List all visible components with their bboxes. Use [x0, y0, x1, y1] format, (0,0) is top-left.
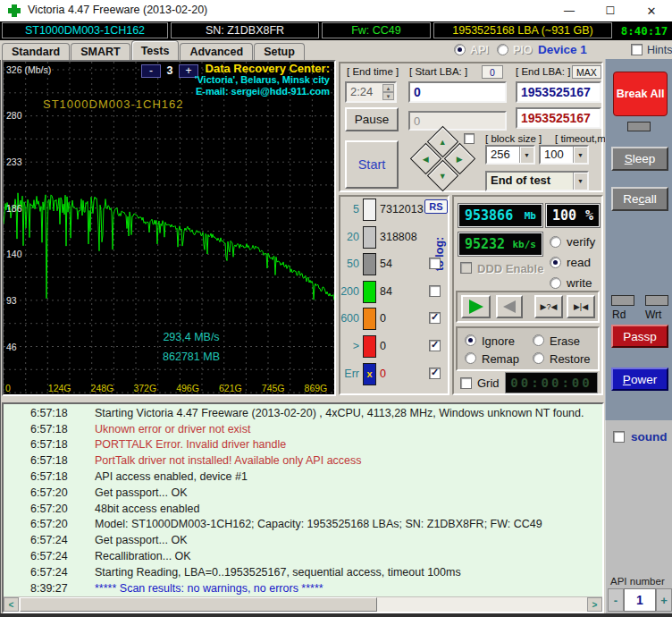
dropdown-arrow-icon[interactable]: ▼ — [573, 173, 587, 190]
x-tick-label: 745G — [262, 383, 285, 393]
x-tick-label: 372G — [133, 383, 156, 393]
dropdown-arrow-icon[interactable]: ▼ — [573, 147, 587, 163]
pio-radio[interactable] — [497, 44, 508, 55]
remap-radio[interactable] — [465, 352, 476, 364]
histogram-count: 318808 — [380, 231, 417, 243]
end-lba-readout[interactable]: 1953525167 — [516, 107, 601, 129]
to-log-checkbox[interactable] — [429, 258, 441, 269]
victoria-window: Victoria 4.47 Freeware (2013-02-20) — ☐ … — [0, 0, 672, 617]
passport-button[interactable]: Passp — [611, 325, 668, 348]
grid-checkbox-label: Grid — [477, 376, 500, 390]
ignore-radio[interactable] — [465, 334, 476, 346]
end-lba-max-button[interactable]: MAX — [572, 65, 601, 79]
restore-radio[interactable] — [533, 352, 544, 364]
close-button[interactable]: ✕ — [631, 0, 672, 21]
api-number-increment-button[interactable]: + — [656, 588, 672, 612]
sound-checkbox[interactable] — [613, 431, 625, 443]
log-row: 6:57:20Model: ST1000DM003-1CH162; Capaci… — [4, 517, 602, 533]
tab-advanced[interactable]: Advanced — [180, 43, 253, 60]
side-panel: Break All Sleep Recall Rd Wrt Passp Powe… — [605, 59, 672, 420]
start-lba-input[interactable]: 0 — [408, 81, 507, 103]
recall-button[interactable]: Recall — [611, 187, 668, 211]
nav-option-checkbox[interactable] — [464, 133, 475, 144]
log-message: Get passport... OK — [95, 486, 188, 499]
grid-checkbox[interactable] — [460, 377, 472, 389]
verify-radio[interactable] — [550, 236, 561, 248]
dropdown-arrow-icon[interactable]: ▼ — [519, 147, 533, 163]
write-radio[interactable] — [550, 277, 561, 289]
drive-info-bar: ST1000DM003-1CH162 SN: Z1DBX8FR Fw: CC49… — [0, 21, 672, 40]
end-time-spinbox[interactable]: 2:24 ▲ ▼ — [345, 81, 397, 103]
maximize-button[interactable]: ☐ — [590, 0, 631, 21]
histogram-bin-label: 50 — [340, 258, 359, 270]
api-number-label: API number — [610, 576, 665, 587]
api-number-decrement-button[interactable]: - — [608, 588, 624, 612]
tab-setup[interactable]: Setup — [254, 43, 305, 60]
read-activity-led — [611, 295, 634, 306]
app-icon — [8, 4, 21, 17]
log-horizontal-scrollbar[interactable]: < > — [4, 596, 602, 612]
histogram-row: >0 — [340, 334, 448, 360]
seek-end-button[interactable]: ▶|◀ — [567, 295, 595, 318]
scroll-left-arrow-icon[interactable]: < — [4, 597, 19, 612]
log-message: Model: ST1000DM003-1CH162; Capacity: 195… — [95, 518, 542, 530]
ddd-enable-checkbox[interactable] — [460, 262, 472, 274]
hints-checkbox[interactable] — [631, 44, 643, 55]
drive-model-indicator: ST1000DM003-1CH162 — [2, 22, 168, 38]
log-message: Get passport... OK — [95, 534, 188, 546]
log-row: 6:57:18PortTalk driver not installed! Av… — [4, 452, 602, 469]
block-size-select[interactable]: 256 ▼ — [485, 145, 535, 165]
log-row: 6:57:2048bit access enabled — [4, 501, 602, 517]
to-log-checkbox[interactable] — [429, 340, 441, 351]
start-button[interactable]: Start — [345, 140, 399, 189]
play-button[interactable] — [461, 295, 491, 318]
log-row: 6:57:18Uknown error or driver not exist — [4, 421, 602, 437]
end-time-spin-down[interactable]: ▼ — [382, 92, 394, 100]
tab-tests[interactable]: Tests — [131, 40, 180, 60]
histogram-bin-label: 5 — [340, 203, 359, 216]
title-bar[interactable]: Victoria 4.47 Freeware (2013-02-20) — ☐ … — [0, 0, 672, 21]
read-radio-label: read — [567, 256, 591, 269]
histogram-bin-label: 20 — [340, 231, 359, 243]
timeout-value: 100 — [544, 148, 564, 161]
y-tick-label: 93 — [6, 295, 17, 306]
scroll-right-arrow-icon[interactable]: > — [587, 597, 602, 612]
verify-radio-label: verify — [567, 235, 595, 249]
log-time: 6:57:18 — [30, 438, 71, 451]
seek-random-button[interactable]: ▶?◀ — [534, 295, 563, 318]
start-lba-zero-button[interactable]: 0 — [482, 65, 503, 79]
log-time: 6:57:20 — [30, 518, 71, 530]
end-action-select[interactable]: End of test ▼ — [485, 171, 589, 191]
read-radio[interactable] — [550, 257, 561, 268]
erase-radio[interactable] — [533, 334, 544, 346]
to-log-checkbox[interactable] — [429, 285, 441, 297]
to-log-checkbox[interactable] — [429, 312, 441, 324]
end-time-spin-up[interactable]: ▲ — [382, 84, 394, 92]
window-bottom-edge — [0, 613, 672, 617]
break-all-button[interactable]: Break All — [613, 72, 668, 116]
power-button[interactable]: Power — [611, 368, 668, 391]
tab-standard[interactable]: Standard — [2, 43, 70, 60]
sleep-button[interactable]: Sleep — [611, 147, 668, 171]
graph-stats-overlay: 293,4 MB/s 862781 MB — [129, 331, 254, 363]
end-time-value: 2:24 — [350, 85, 373, 98]
histogram-color-block — [363, 199, 376, 221]
seek-end-icon: ▶|◀ — [574, 302, 588, 311]
end-lba-input[interactable]: 1953525167 — [516, 81, 601, 103]
rewind-button[interactable] — [496, 295, 523, 318]
timeout-select[interactable]: 100 ▼ — [539, 145, 589, 165]
log-message: Starting Victoria 4.47 Freeware (2013-02… — [95, 407, 584, 419]
brand-location: 'Victoria', Belarus, Minsk city — [195, 74, 330, 86]
api-radio-label: API — [470, 44, 489, 56]
monitor-panel: 953866 Mb 100 % 95232 kb/s verify read w… — [452, 195, 603, 395]
ddd-enable-label: DDD Enable — [477, 262, 543, 275]
scrollbar-thumb[interactable] — [20, 597, 377, 612]
log-row: 6:57:18API access enabled, device #1 — [4, 469, 602, 485]
tab-smart[interactable]: SMART — [71, 43, 130, 60]
to-log-checkbox[interactable] — [429, 368, 441, 379]
pause-button[interactable]: Pause — [345, 107, 399, 131]
graph-zoom-out-button[interactable]: - — [141, 64, 161, 78]
api-radio[interactable] — [454, 44, 466, 55]
minimize-button[interactable]: — — [549, 0, 590, 21]
event-log[interactable]: 6:57:18Starting Victoria 4.47 Freeware (… — [2, 402, 604, 613]
